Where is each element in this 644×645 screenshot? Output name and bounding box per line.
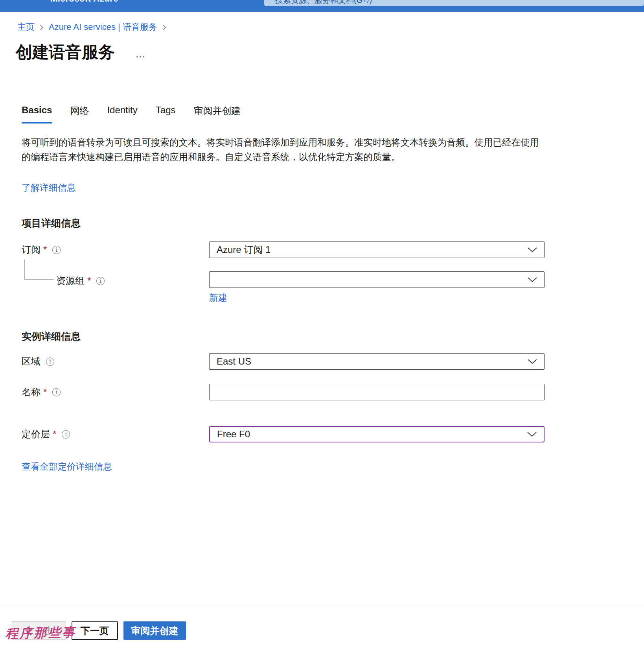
project-details-fields: 订阅 * i Azure 订阅 1 资源组 * i <box>22 241 545 304</box>
breadcrumb-parent-link[interactable]: Azure AI services | 语音服务 <box>49 21 157 33</box>
required-marker: * <box>43 244 47 255</box>
subscription-dropdown[interactable]: Azure 订阅 1 <box>209 241 545 258</box>
required-marker: * <box>43 387 47 398</box>
service-description: 将可听到的语音转录为可读且可搜索的文本。将实时语音翻译添加到应用和服务。准实时地… <box>22 135 545 164</box>
pricing-tier-value: Free F0 <box>217 429 250 440</box>
required-marker: * <box>53 429 56 440</box>
region-label: 区域 i <box>22 355 209 368</box>
subscription-label: 订阅 * i <box>22 243 209 256</box>
tab-review-create[interactable]: 审阅并创建 <box>193 105 241 123</box>
learn-more-link[interactable]: 了解详细信息 <box>22 182 76 194</box>
pricing-tier-dropdown[interactable]: Free F0 <box>209 426 545 442</box>
tab-network[interactable]: 网络 <box>70 105 89 123</box>
info-icon[interactable]: i <box>62 430 70 439</box>
region-row: 区域 i East US <box>22 353 545 370</box>
create-new-link[interactable]: 新建 <box>209 292 227 304</box>
name-row: 名称 * i <box>22 384 545 400</box>
breadcrumb: 主页 Azure AI services | 语音服务 <box>17 21 644 33</box>
pricing-tier-row: 定价层 * i Free F0 <box>22 426 545 442</box>
next-button[interactable]: 下一页 <box>72 621 118 640</box>
project-details-heading: 项目详细信息 <box>22 217 545 230</box>
global-search-input[interactable]: 搜索资源、服务和文档(G+/) <box>264 0 644 6</box>
required-marker: * <box>87 275 91 286</box>
info-icon[interactable]: i <box>96 277 105 285</box>
chevron-down-icon <box>527 358 538 365</box>
info-icon[interactable]: i <box>52 246 61 254</box>
pricing-details-link[interactable]: 查看全部定价详细信息 <box>22 461 112 473</box>
tab-tags[interactable]: Tags <box>156 105 176 123</box>
info-icon[interactable]: i <box>46 358 54 366</box>
chevron-right-icon <box>162 24 167 31</box>
chevron-right-icon <box>39 24 44 31</box>
chevron-down-icon <box>527 276 538 283</box>
top-bar: Microsoft Azure 搜索资源、服务和文档(G+/) <box>0 0 644 12</box>
resource-group-label: 资源组 * i <box>22 275 209 287</box>
previous-button[interactable]: 上一步 <box>12 621 66 640</box>
tab-basics[interactable]: Basics <box>22 105 52 123</box>
resource-group-dropdown[interactable] <box>209 271 545 288</box>
page-title: 创建语音服务 <box>16 42 115 62</box>
subscription-value: Azure 订阅 1 <box>217 243 270 256</box>
review-create-button[interactable]: 审阅并创建 <box>123 621 186 640</box>
info-icon[interactable]: i <box>52 388 61 396</box>
wizard-footer: 上一步 下一页 审阅并创建 <box>0 606 644 645</box>
breadcrumb-home-link[interactable]: 主页 <box>17 21 35 33</box>
tab-identity[interactable]: Identity <box>107 105 137 123</box>
region-dropdown[interactable]: East US <box>209 353 545 370</box>
region-value: East US <box>217 356 251 367</box>
resource-group-row: 资源组 * i 新建 <box>22 271 545 304</box>
instance-details-heading: 实例详细信息 <box>22 330 545 343</box>
azure-logo[interactable]: Microsoft Azure <box>50 0 118 4</box>
chevron-down-icon <box>527 247 538 253</box>
subscription-row: 订阅 * i Azure 订阅 1 <box>22 241 545 258</box>
global-search-placeholder: 搜索资源、服务和文档(G+/) <box>275 0 372 6</box>
name-input[interactable] <box>209 384 545 400</box>
ellipsis-icon: … <box>135 48 146 62</box>
name-label: 名称 * i <box>22 386 209 398</box>
pricing-tier-label: 定价层 * i <box>22 428 209 440</box>
wizard-tabs: Basics 网络 Identity Tags 审阅并创建 <box>22 105 644 123</box>
chevron-down-icon <box>526 431 537 437</box>
